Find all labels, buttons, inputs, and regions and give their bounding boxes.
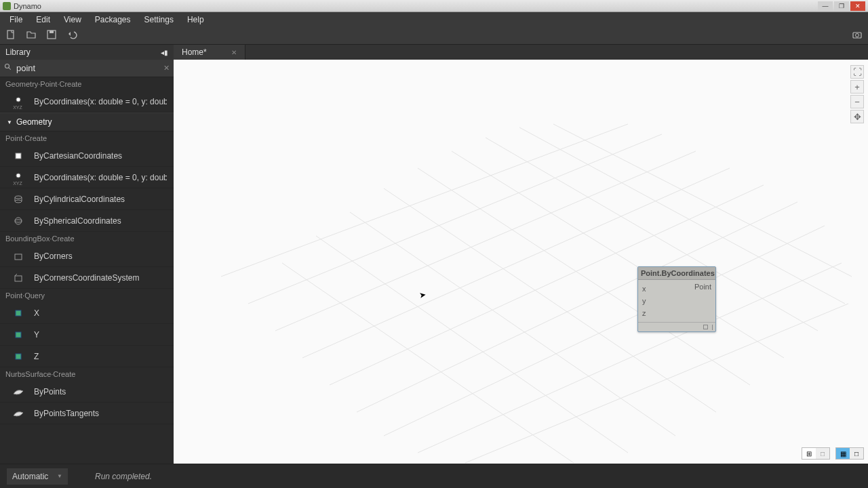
svg-rect-20 [16,332,21,338]
box-icon [12,250,24,262]
new-file-icon[interactable] [5,29,16,43]
svg-point-11 [15,200,22,203]
surface-tan-icon [12,407,24,420]
tabs: Home* ✕ [174,45,868,60]
svg-line-39 [553,124,852,277]
list-item[interactable]: ByCorners [0,245,174,267]
search-box[interactable]: ✕ [0,60,174,77]
menu-packages[interactable]: Packages [88,13,138,26]
x-icon [12,307,24,319]
tab-home[interactable]: Home* ✕ [174,45,245,60]
chevron-down-icon: ▼ [57,473,62,479]
svg-point-14 [15,218,22,224]
run-mode-select[interactable]: Automatic ▼ [7,468,68,485]
camera-icon[interactable] [852,29,863,43]
svg-line-33 [452,151,784,358]
menu-settings[interactable]: Settings [138,13,180,26]
pan-icon[interactable]: ✥ [850,110,864,123]
list-item[interactable]: XYZByCoordinates(x: double = 0, y: doubl… [0,167,174,188]
port-point[interactable]: Point [694,283,711,291]
chevron-down-icon: ▼ [7,119,12,125]
preview-toggle-icon[interactable] [703,325,708,329]
3d-view-icon[interactable]: ▦ [836,448,850,459]
minimize-button[interactable]: — [818,1,833,11]
lacing-icon[interactable] [712,325,713,330]
box-cs-icon [12,272,24,284]
search-icon [4,63,12,73]
svg-line-28 [418,263,842,453]
svg-point-4 [856,33,859,37]
library-panel: Library ◂▮ ✕ Geometry·Point·Create XYZ B… [0,45,174,464]
zoom-in-icon[interactable]: + [850,80,864,94]
list-item-label: ByCoordinates(x: double = 0, y: double [34,97,167,106]
statusbar: Automatic ▼ Run completed. [0,464,868,488]
port-y[interactable]: y [642,295,646,307]
subheader-point-query: Point·Query [0,289,174,302]
port-x[interactable]: x [642,283,646,295]
app-title: Dynamo [14,2,41,10]
maximize-button[interactable]: ❐ [834,1,849,11]
list-item[interactable]: Y [0,324,174,346]
cube-icon [12,150,24,162]
view-controls: ⛶ + − ✥ [850,65,864,123]
save-file-icon[interactable] [46,29,57,43]
app-logo-icon [3,2,11,10]
clear-search-icon[interactable]: ✕ [163,64,170,73]
zoom-out-icon[interactable]: − [850,95,864,108]
close-tab-icon[interactable]: ✕ [231,49,237,56]
node-title: Point.ByCoordinates [638,267,715,280]
cylinder-icon [12,193,24,205]
grid-icon [174,60,868,464]
menubar: File Edit View Packages Settings Help [0,12,868,27]
list-item[interactable]: ByCylindricalCoordinates [0,188,174,210]
undo-icon[interactable] [66,29,77,43]
toolbar [0,27,868,45]
svg-rect-21 [16,354,21,359]
svg-line-23 [275,151,696,331]
category-geometry[interactable]: ▼ Geometry [0,113,174,131]
library-title: Library [5,47,31,57]
menu-view[interactable]: View [57,13,88,26]
svg-point-15 [15,220,22,222]
menu-file[interactable]: File [3,13,29,26]
graph-view-icon[interactable]: ⊞ [802,448,816,459]
list-item[interactable]: ByPointsTangents [0,403,174,424]
node-point-bycoordinates[interactable]: Point.ByCoordinates x y z Point [637,266,716,332]
svg-point-7 [16,98,20,102]
svg-point-5 [5,64,9,68]
list-item[interactable]: XYZ ByCoordinates(x: double = 0, y: doub… [0,91,174,113]
collapse-panel-icon[interactable]: ◂▮ [161,49,168,56]
node-footer [638,322,715,331]
surface-icon [12,386,24,398]
canvas[interactable]: Point.ByCoordinates x y z Point [174,60,868,464]
close-button[interactable]: ✕ [850,1,865,11]
point-icon: XYZ [12,96,24,108]
open-file-icon[interactable] [26,29,37,43]
list-item[interactable]: ByCornersCoordinateSystem [0,267,174,289]
svg-rect-2 [50,30,54,33]
list-item[interactable]: ByCartesianCoordinates [0,145,174,167]
search-input[interactable] [16,63,170,73]
3d-view-alt-icon[interactable]: □ [850,448,863,459]
list-item[interactable]: ByPoints [0,381,174,403]
y-icon [12,329,24,341]
list-item[interactable]: BySphericalCoordinates [0,210,174,232]
workspace: Home* ✕ [174,45,868,464]
node-outputs: Point [690,280,715,322]
port-z[interactable]: z [642,307,646,319]
graph-view-alt-icon[interactable]: □ [816,448,829,459]
sphere-icon [12,215,24,227]
list-item[interactable]: X [0,302,174,324]
menu-help[interactable]: Help [180,13,211,26]
svg-line-30 [221,124,628,277]
list-item[interactable]: Z [0,346,174,367]
svg-point-10 [15,196,22,199]
subheader-geometry-point-create: Geometry·Point·Create [0,77,174,91]
subheader-bb-create: BoundingBox·Create [0,232,174,245]
svg-rect-19 [16,310,21,316]
titlebar: Dynamo — ❐ ✕ [0,0,868,12]
point-icon: XYZ [12,171,24,184]
fit-view-icon[interactable]: ⛶ [850,65,864,79]
svg-rect-16 [15,254,22,260]
menu-edit[interactable]: Edit [29,13,57,26]
